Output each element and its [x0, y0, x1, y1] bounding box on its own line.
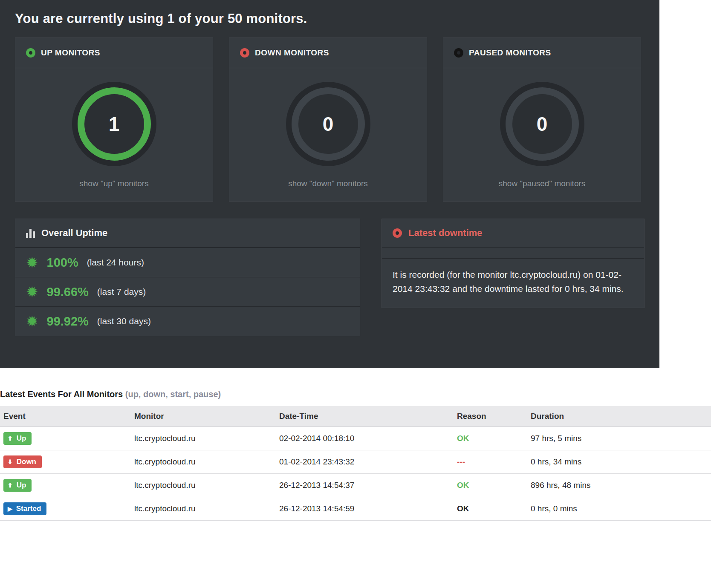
show-down-monitors-link[interactable]: show "down" monitors — [288, 179, 368, 188]
down-event-badge: ⬇ Down — [3, 455, 42, 468]
show-up-monitors-link[interactable]: show "up" monitors — [79, 179, 148, 188]
latest-downtime-title: Latest downtime — [408, 228, 483, 239]
burst-icon: ✹ — [26, 255, 38, 270]
events-section: Latest Events For All Monitors (up, down… — [0, 389, 711, 521]
monitor-name: ltc.cryptocloud.ru — [131, 497, 276, 521]
event-duration: 0 hrs, 34 mins — [527, 450, 711, 474]
event-datetime: 26-12-2013 14:54:37 — [276, 474, 454, 497]
monitor-name: ltc.cryptocloud.ru — [131, 427, 276, 450]
column-header-event: Event — [0, 406, 131, 427]
column-header-reason: Reason — [454, 406, 527, 427]
paused-status-dot-icon — [454, 48, 463, 58]
down-monitors-ring: 0 — [292, 87, 365, 161]
table-row: ⬇ Down ltc.cryptocloud.ru 01-02-2014 23:… — [0, 450, 711, 474]
down-monitors-gauge: 0 — [286, 82, 370, 166]
table-row: ▶ Started ltc.cryptocloud.ru 26-12-2013 … — [0, 497, 711, 521]
uptime-row-30d: ✹ 99.92% (last 30 days) — [15, 306, 360, 336]
downtime-spacer — [382, 248, 644, 259]
events-table: Event Monitor Date-Time Reason Duration … — [0, 406, 711, 521]
events-heading-text: Latest Events For All Monitors — [0, 389, 123, 399]
uptime-row-7d: ✹ 99.66% (last 7 days) — [15, 277, 360, 306]
arrow-down-icon: ⬇ — [8, 459, 13, 465]
event-reason: OK — [457, 481, 469, 490]
dot-center — [396, 231, 399, 235]
monitor-name: ltc.cryptocloud.ru — [131, 450, 276, 474]
event-duration: 896 hrs, 48 mins — [527, 474, 711, 497]
uptime-percent-7d: 99.66% — [47, 285, 89, 299]
paused-monitors-card-body: 0 show "paused" monitors — [443, 68, 641, 201]
up-event-badge: ⬆ Up — [3, 479, 32, 492]
dot-center — [243, 51, 246, 55]
latest-downtime-header: Latest downtime — [382, 219, 644, 248]
up-monitors-label: UP MONITORS — [41, 48, 100, 58]
events-table-header-row: Event Monitor Date-Time Reason Duration — [0, 406, 711, 427]
uptime-period-24h: (last 24 hours) — [87, 257, 144, 268]
uptime-row-24h: ✹ 100% (last 24 hours) — [15, 248, 360, 277]
event-datetime: 01-02-2014 23:43:32 — [276, 450, 454, 474]
column-header-duration: Duration — [527, 406, 711, 427]
badge-label: Started — [16, 505, 41, 512]
column-header-monitor: Monitor — [131, 406, 276, 427]
event-duration: 0 hrs, 0 mins — [527, 497, 711, 521]
latest-downtime-panel: Latest downtime It is recorded (for the … — [382, 219, 645, 308]
events-heading: Latest Events For All Monitors (up, down… — [0, 389, 711, 399]
dot-center — [29, 51, 32, 55]
play-icon: ▶ — [8, 506, 12, 512]
badge-label: Up — [17, 481, 26, 489]
event-reason: OK — [457, 504, 469, 513]
show-paused-monitors-link[interactable]: show "paused" monitors — [499, 179, 586, 188]
up-monitors-card-header: UP MONITORS — [15, 38, 213, 68]
up-status-dot-icon — [26, 48, 35, 58]
arrow-up-icon: ⬆ — [8, 482, 13, 488]
up-monitors-gauge: 1 — [72, 82, 156, 166]
event-datetime: 26-12-2013 14:54:59 — [276, 497, 454, 521]
down-monitors-card-header: DOWN MONITORS — [229, 38, 427, 68]
up-event-badge: ⬆ Up — [3, 432, 32, 445]
uptime-period-7d: (last 7 days) — [97, 287, 146, 297]
overall-uptime-panel: Overall Uptime ✹ 100% (last 24 hours) ✹ … — [15, 219, 360, 336]
dashboard-panel: You are currently using 1 of your 50 mon… — [0, 0, 659, 368]
down-monitors-count: 0 — [323, 112, 334, 135]
downtime-dot-icon — [393, 228, 402, 238]
event-datetime: 02-02-2014 00:18:10 — [276, 427, 454, 450]
event-reason: --- — [457, 457, 465, 466]
started-event-badge: ▶ Started — [3, 502, 46, 515]
bar-chart-icon — [26, 228, 35, 238]
paused-monitors-count: 0 — [537, 112, 548, 135]
paused-monitors-ring: 0 — [506, 87, 579, 161]
lower-panels-row: Overall Uptime ✹ 100% (last 24 hours) ✹ … — [15, 219, 645, 336]
burst-icon: ✹ — [26, 285, 38, 299]
badge-label: Down — [17, 458, 36, 465]
paused-monitors-gauge: 0 — [500, 82, 584, 166]
page-title: You are currently using 1 of your 50 mon… — [15, 11, 645, 26]
up-monitors-ring: 1 — [78, 87, 151, 161]
column-header-datetime: Date-Time — [276, 406, 454, 427]
uptime-period-30d: (last 30 days) — [97, 316, 151, 326]
paused-monitors-card-header: PAUSED MONITORS — [443, 38, 641, 68]
up-monitors-count: 1 — [109, 112, 120, 135]
monitor-name: ltc.cryptocloud.ru — [131, 474, 276, 497]
dot-center — [457, 51, 460, 55]
down-status-dot-icon — [240, 48, 249, 58]
down-monitors-card-body: 0 show "down" monitors — [229, 68, 427, 201]
table-row: ⬆ Up ltc.cryptocloud.ru 26-12-2013 14:54… — [0, 474, 711, 497]
uptime-percent-30d: 99.92% — [47, 314, 89, 329]
badge-label: Up — [17, 435, 26, 442]
uptime-percent-24h: 100% — [47, 256, 78, 270]
latest-downtime-text: It is recorded (for the monitor ltc.cryp… — [382, 259, 644, 308]
up-monitors-card: UP MONITORS 1 show "up" monitors — [15, 37, 213, 202]
overall-uptime-title: Overall Uptime — [41, 228, 107, 239]
events-heading-suffix: (up, down, start, pause) — [125, 389, 221, 399]
overall-uptime-header: Overall Uptime — [15, 219, 360, 248]
paused-monitors-card: PAUSED MONITORS 0 show "paused" monitors — [443, 37, 641, 202]
arrow-up-icon: ⬆ — [8, 435, 13, 441]
up-monitors-card-body: 1 show "up" monitors — [15, 68, 213, 201]
burst-icon: ✹ — [26, 314, 38, 329]
down-monitors-card: DOWN MONITORS 0 show "down" monitors — [229, 37, 427, 202]
event-duration: 97 hrs, 5 mins — [527, 427, 711, 450]
event-reason: OK — [457, 434, 469, 443]
monitor-cards-row: UP MONITORS 1 show "up" monitors DOWN MO… — [15, 37, 645, 202]
table-row: ⬆ Up ltc.cryptocloud.ru 02-02-2014 00:18… — [0, 427, 711, 450]
down-monitors-label: DOWN MONITORS — [255, 48, 329, 58]
paused-monitors-label: PAUSED MONITORS — [469, 48, 551, 58]
